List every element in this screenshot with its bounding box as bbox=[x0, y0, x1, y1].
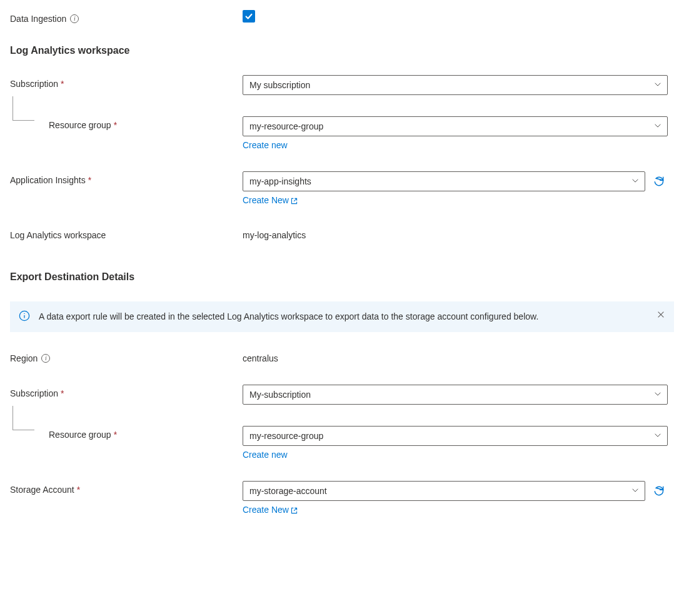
export-destination-heading: Export Destination Details bbox=[10, 271, 674, 283]
required-marker: * bbox=[114, 430, 117, 440]
tree-connector bbox=[13, 96, 34, 121]
export-resource-group-label: Resource group bbox=[49, 430, 111, 440]
log-analytics-value: my-log-analytics bbox=[243, 226, 668, 240]
info-icon bbox=[19, 310, 30, 323]
chevron-down-icon bbox=[653, 80, 662, 91]
refresh-app-insights-button[interactable] bbox=[650, 173, 668, 190]
resource-group-value: my-resource-group bbox=[249, 121, 323, 131]
subscription-select[interactable]: My subscription bbox=[243, 75, 668, 95]
refresh-storage-account-button[interactable] bbox=[650, 482, 668, 500]
info-icon[interactable]: i bbox=[70, 14, 79, 23]
storage-account-value: my-storage-account bbox=[249, 486, 327, 496]
close-banner-button[interactable] bbox=[656, 310, 665, 321]
data-ingestion-label: Data Ingestion bbox=[10, 14, 66, 24]
subscription-value: My subscription bbox=[249, 80, 310, 90]
required-marker: * bbox=[77, 485, 80, 495]
required-marker: * bbox=[61, 388, 64, 398]
info-banner: A data export rule will be created in th… bbox=[10, 301, 674, 332]
app-insights-label: Application Insights bbox=[10, 175, 86, 185]
required-marker: * bbox=[114, 120, 117, 130]
export-subscription-select[interactable]: My-subscription bbox=[243, 385, 668, 405]
create-new-export-resource-group-link[interactable]: Create new bbox=[243, 450, 288, 460]
export-resource-group-select[interactable]: my-resource-group bbox=[243, 426, 668, 446]
create-new-resource-group-link[interactable]: Create new bbox=[243, 140, 288, 150]
info-banner-text: A data export rule will be created in th… bbox=[39, 310, 648, 323]
export-resource-group-value: my-resource-group bbox=[249, 431, 323, 441]
create-new-storage-account-link[interactable]: Create New bbox=[243, 505, 298, 515]
export-subscription-label: Subscription bbox=[10, 388, 58, 398]
chevron-down-icon bbox=[631, 486, 640, 497]
create-new-app-insights-text: Create New bbox=[243, 195, 289, 205]
region-label: Region bbox=[10, 353, 38, 363]
external-link-icon bbox=[290, 505, 298, 515]
chevron-down-icon bbox=[653, 390, 662, 400]
info-icon[interactable]: i bbox=[41, 354, 50, 363]
log-analytics-label: Log Analytics workspace bbox=[10, 230, 106, 240]
chevron-down-icon bbox=[653, 121, 662, 132]
storage-account-select[interactable]: my-storage-account bbox=[243, 481, 645, 501]
resource-group-select[interactable]: my-resource-group bbox=[243, 116, 668, 136]
chevron-down-icon bbox=[631, 176, 640, 187]
create-new-app-insights-link[interactable]: Create New bbox=[243, 195, 298, 205]
required-marker: * bbox=[88, 175, 91, 185]
required-marker: * bbox=[61, 79, 64, 89]
export-subscription-value: My-subscription bbox=[249, 390, 311, 400]
svg-point-2 bbox=[24, 313, 24, 314]
app-insights-value: my-app-insights bbox=[249, 176, 311, 186]
chevron-down-icon bbox=[653, 431, 662, 442]
storage-account-label: Storage Account bbox=[10, 485, 74, 495]
subscription-label: Subscription bbox=[10, 79, 58, 89]
log-analytics-section-heading: Log Analytics workspace bbox=[10, 45, 674, 56]
app-insights-select[interactable]: my-app-insights bbox=[243, 171, 645, 191]
external-link-icon bbox=[290, 195, 298, 205]
data-ingestion-checkbox[interactable] bbox=[243, 10, 255, 23]
create-new-storage-account-text: Create New bbox=[243, 505, 289, 515]
region-value: centralus bbox=[243, 350, 668, 363]
tree-connector bbox=[13, 406, 34, 430]
resource-group-label: Resource group bbox=[49, 120, 111, 130]
